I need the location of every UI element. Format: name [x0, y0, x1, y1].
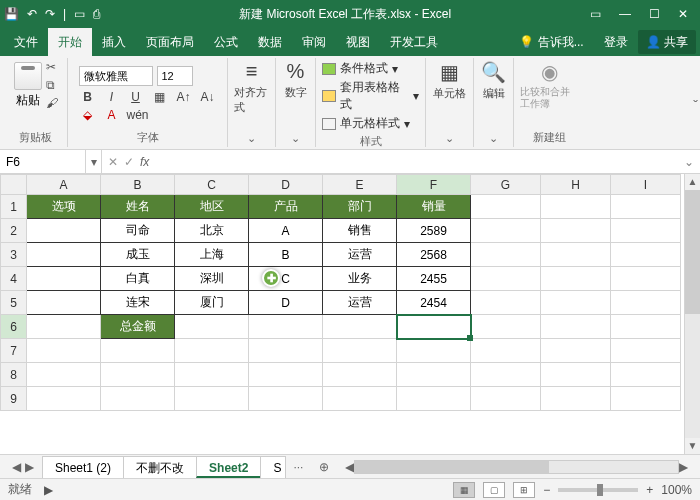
- macro-record-icon[interactable]: ▶: [44, 483, 53, 497]
- cell[interactable]: 产品: [249, 195, 323, 219]
- cell[interactable]: 地区: [175, 195, 249, 219]
- cell[interactable]: [27, 363, 101, 387]
- col-header[interactable]: I: [611, 175, 681, 195]
- cell[interactable]: [611, 195, 681, 219]
- fill-color-button[interactable]: ⬙: [79, 108, 97, 122]
- cell[interactable]: [27, 243, 101, 267]
- cell[interactable]: D: [249, 291, 323, 315]
- tab-insert[interactable]: 插入: [92, 28, 136, 56]
- font-name-select[interactable]: 微软雅黑: [79, 66, 153, 86]
- share-button[interactable]: 👤 共享: [638, 30, 696, 54]
- expand-formula-icon[interactable]: ⌄: [678, 155, 700, 169]
- cell[interactable]: 姓名: [101, 195, 175, 219]
- border-button[interactable]: ▦: [151, 90, 169, 104]
- select-all-corner[interactable]: [1, 175, 27, 195]
- tab-view[interactable]: 视图: [336, 28, 380, 56]
- cell[interactable]: [27, 219, 101, 243]
- col-header[interactable]: G: [471, 175, 541, 195]
- cell[interactable]: [541, 339, 611, 363]
- cell[interactable]: [541, 291, 611, 315]
- normal-view-icon[interactable]: ▦: [453, 482, 475, 498]
- cell[interactable]: 2568: [397, 243, 471, 267]
- cancel-formula-icon[interactable]: ✕: [108, 155, 118, 169]
- col-header[interactable]: H: [541, 175, 611, 195]
- cell[interactable]: [323, 339, 397, 363]
- page-layout-view-icon[interactable]: ▢: [483, 482, 505, 498]
- redo-icon[interactable]: ↷: [45, 7, 55, 21]
- vertical-scrollbar[interactable]: ▲ ▼: [684, 174, 700, 454]
- conditional-format-button[interactable]: 条件格式 ▾: [322, 60, 419, 77]
- cell[interactable]: [397, 387, 471, 411]
- increase-font-icon[interactable]: A↑: [175, 90, 193, 104]
- cell[interactable]: [471, 315, 541, 339]
- cell[interactable]: [27, 291, 101, 315]
- cell[interactable]: 运营: [323, 243, 397, 267]
- cell[interactable]: [27, 315, 101, 339]
- cell[interactable]: 北京: [175, 219, 249, 243]
- cell[interactable]: [323, 315, 397, 339]
- tab-file[interactable]: 文件: [4, 28, 48, 56]
- cell[interactable]: [175, 387, 249, 411]
- cell[interactable]: 部门: [323, 195, 397, 219]
- zoom-out-icon[interactable]: −: [543, 483, 550, 497]
- cell[interactable]: 上海: [175, 243, 249, 267]
- tab-review[interactable]: 审阅: [292, 28, 336, 56]
- tab-data[interactable]: 数据: [248, 28, 292, 56]
- number-button[interactable]: % 数字: [285, 60, 307, 100]
- sheet-nav-next-icon[interactable]: ▶: [25, 460, 34, 474]
- cell[interactable]: B: [249, 243, 323, 267]
- new-icon[interactable]: ▭: [74, 7, 85, 21]
- cell[interactable]: [471, 243, 541, 267]
- name-box[interactable]: F6: [0, 150, 86, 173]
- cell[interactable]: [611, 243, 681, 267]
- cell[interactable]: 深圳: [175, 267, 249, 291]
- cell[interactable]: [397, 363, 471, 387]
- cell[interactable]: [27, 387, 101, 411]
- close-icon[interactable]: ✕: [678, 7, 688, 21]
- cell[interactable]: [471, 291, 541, 315]
- cell[interactable]: [541, 267, 611, 291]
- active-cell[interactable]: [397, 315, 471, 339]
- horizontal-scrollbar[interactable]: ◀ ▶: [337, 460, 696, 474]
- cell[interactable]: 白真: [101, 267, 175, 291]
- cell-style-button[interactable]: 单元格样式 ▾: [322, 115, 419, 132]
- cell[interactable]: [175, 363, 249, 387]
- cell[interactable]: [471, 363, 541, 387]
- col-header[interactable]: E: [323, 175, 397, 195]
- decrease-font-icon[interactable]: A↓: [199, 90, 217, 104]
- font-color-button[interactable]: A: [103, 108, 121, 122]
- zoom-level[interactable]: 100%: [661, 483, 692, 497]
- cell[interactable]: [323, 387, 397, 411]
- paste-button[interactable]: 粘贴: [14, 62, 42, 109]
- cell[interactable]: [249, 387, 323, 411]
- table-format-button[interactable]: 套用表格格式 ▾: [322, 79, 419, 113]
- row-header[interactable]: 3: [1, 243, 27, 267]
- row-header[interactable]: 1: [1, 195, 27, 219]
- cell[interactable]: 业务: [323, 267, 397, 291]
- login-button[interactable]: 登录: [594, 28, 638, 56]
- cell[interactable]: [611, 339, 681, 363]
- cell[interactable]: 连宋: [101, 291, 175, 315]
- cell[interactable]: [611, 219, 681, 243]
- compare-button[interactable]: ◉ 比较和合并工作簿: [520, 60, 578, 110]
- align-button[interactable]: ≡ 对齐方式: [234, 60, 269, 115]
- copy-icon[interactable]: ⧉: [46, 78, 58, 92]
- cell[interactable]: [611, 363, 681, 387]
- row-header[interactable]: 8: [1, 363, 27, 387]
- row-header[interactable]: 6: [1, 315, 27, 339]
- cell[interactable]: [397, 339, 471, 363]
- col-header[interactable]: C: [175, 175, 249, 195]
- cell[interactable]: [611, 315, 681, 339]
- maximize-icon[interactable]: ☐: [649, 7, 660, 21]
- page-break-view-icon[interactable]: ⊞: [513, 482, 535, 498]
- font-size-select[interactable]: 12: [157, 66, 193, 86]
- row-header[interactable]: 9: [1, 387, 27, 411]
- tell-me[interactable]: 💡 告诉我...: [509, 28, 593, 56]
- italic-button[interactable]: I: [103, 90, 121, 104]
- cell[interactable]: [611, 291, 681, 315]
- col-header[interactable]: D: [249, 175, 323, 195]
- tab-formula[interactable]: 公式: [204, 28, 248, 56]
- underline-button[interactable]: U: [127, 90, 145, 104]
- cell[interactable]: [541, 315, 611, 339]
- scroll-left-icon[interactable]: ◀: [345, 460, 354, 474]
